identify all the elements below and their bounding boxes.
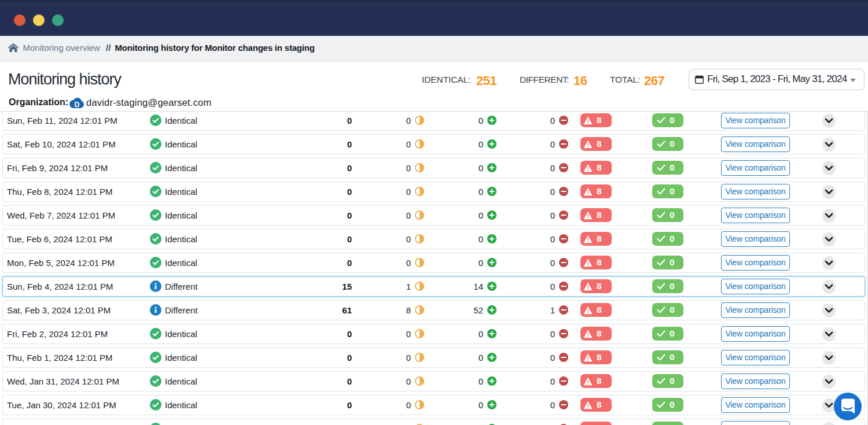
svg-text:D: D [74, 100, 79, 108]
